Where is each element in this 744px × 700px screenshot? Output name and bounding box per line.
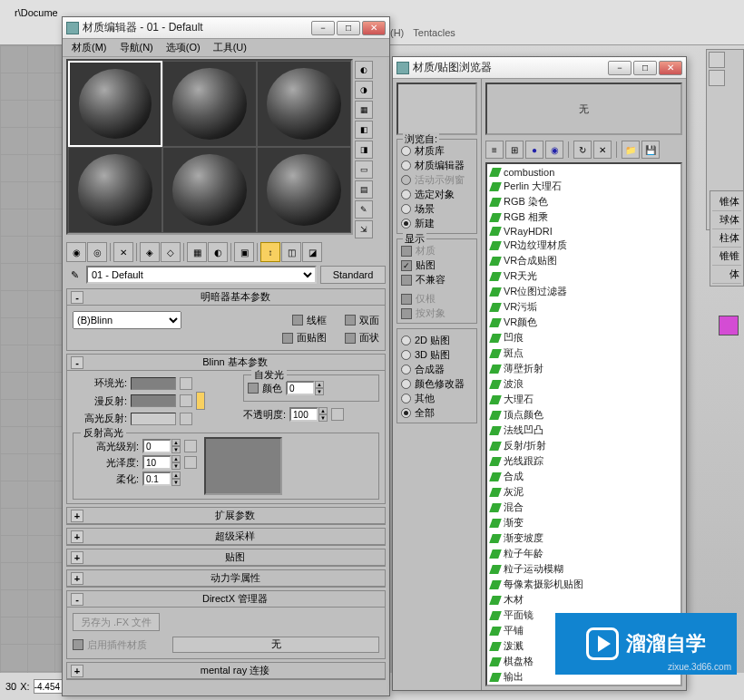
primitive-button[interactable]: 球体: [712, 211, 741, 229]
maximize-button[interactable]: □: [633, 61, 657, 75]
toolbar-icon[interactable]: ◫: [281, 242, 301, 262]
cmd-tab[interactable]: [709, 70, 725, 86]
side-tool-icon[interactable]: ◑: [355, 81, 373, 99]
toolbar-icon[interactable]: ◪: [302, 242, 322, 262]
menu-material[interactable]: 材质(M): [66, 39, 113, 56]
menu-item[interactable]: Tentacles: [413, 27, 455, 45]
lock-icon[interactable]: [196, 392, 205, 410]
browser-list-item[interactable]: 斑点: [487, 345, 680, 361]
browser-list-item[interactable]: 凹痕: [487, 330, 680, 345]
rollout-header[interactable]: -DirectX 管理器: [67, 591, 385, 608]
browser-list-item[interactable]: 渐变坡度: [487, 530, 680, 546]
rollout-header[interactable]: +贴图: [67, 549, 385, 566]
side-tool-icon[interactable]: ◧: [355, 121, 373, 139]
browser-list-item[interactable]: VRayHDRI: [487, 225, 680, 238]
diffuse-swatch[interactable]: [131, 394, 176, 407]
side-tool-icon[interactable]: ⇲: [355, 220, 373, 238]
opacity-map-button[interactable]: [331, 408, 344, 421]
toolbar-icon[interactable]: ↕: [260, 242, 280, 262]
primitive-button[interactable]: 锥锥: [712, 248, 741, 266]
side-tool-icon[interactable]: ▦: [355, 101, 373, 119]
mat-ed-titlebar[interactable]: 材质编辑器 - 01 - Default － □ ✕: [63, 17, 389, 39]
selfillum-spinner[interactable]: ▲▼: [286, 381, 324, 395]
maximize-button[interactable]: □: [337, 21, 360, 35]
browser-list-item[interactable]: VR颜色: [487, 315, 680, 330]
browse-from-radio[interactable]: 新建: [401, 217, 473, 230]
filter-radio[interactable]: 3D 贴图: [401, 348, 473, 362]
browser-list-item[interactable]: 法线凹凸: [487, 423, 680, 438]
toolbar-icon[interactable]: ◇: [161, 242, 181, 262]
show-map-checkbox[interactable]: [401, 260, 412, 271]
browser-list-item[interactable]: Perlin 大理石: [487, 179, 680, 194]
browser-list-item[interactable]: VR污垢: [487, 299, 680, 315]
save-icon[interactable]: 💾: [641, 141, 660, 159]
browser-list-item[interactable]: VR边纹理材质: [487, 238, 680, 253]
browser-list[interactable]: combustionPerlin 大理石RGB 染色RGB 相乘VRayHDRI…: [485, 162, 682, 686]
browser-list-item[interactable]: 木材: [487, 592, 680, 608]
browser-list-item[interactable]: 顶点颜色: [487, 407, 680, 423]
faceted-checkbox[interactable]: [345, 333, 356, 344]
rollout-header[interactable]: -Blinn 基本参数: [67, 355, 385, 371]
primitive-button[interactable]: 锥体: [712, 193, 741, 211]
side-tool-icon[interactable]: ▭: [355, 160, 373, 179]
show-incompat-checkbox[interactable]: [401, 275, 412, 286]
browser-list-item[interactable]: 每像素摄影机贴图: [487, 577, 680, 592]
soften-spinner[interactable]: ▲▼: [142, 472, 181, 486]
browse-from-radio[interactable]: 材质库: [401, 144, 473, 158]
ambient-map-button[interactable]: [180, 377, 192, 390]
browser-list-item[interactable]: 光线跟踪: [487, 453, 680, 469]
browser-list-item[interactable]: 衰减: [487, 685, 680, 686]
material-slot[interactable]: [68, 147, 162, 233]
view-sphere-icon[interactable]: ●: [525, 141, 543, 159]
ambient-swatch[interactable]: [131, 377, 176, 390]
browser-list-item[interactable]: 反射/折射: [487, 438, 680, 453]
browser-list-item[interactable]: RGB 相乘: [487, 209, 680, 225]
gloss-map-button[interactable]: [184, 456, 197, 469]
browser-list-item[interactable]: VR合成贴图: [487, 253, 680, 268]
gloss-spinner[interactable]: ▲▼: [142, 455, 181, 470]
primitive-button[interactable]: 柱体: [712, 229, 741, 248]
side-tool-icon[interactable]: ✎: [355, 200, 373, 219]
eyedropper-icon[interactable]: ✎: [66, 267, 83, 283]
save-fx-button[interactable]: 另存为 .FX 文件: [73, 613, 160, 631]
diffuse-map-button[interactable]: [180, 394, 192, 407]
close-button[interactable]: ✕: [659, 61, 682, 75]
view-list-icon[interactable]: ≡: [485, 141, 504, 159]
specular-map-button[interactable]: [180, 413, 192, 425]
browse-from-radio[interactable]: 场景: [401, 202, 473, 216]
specular-swatch[interactable]: [131, 413, 176, 425]
side-tool-icon[interactable]: ▤: [355, 180, 373, 199]
plugin-mat-none-button[interactable]: 无: [172, 637, 379, 653]
material-slot[interactable]: [162, 61, 257, 147]
selfillum-color-checkbox[interactable]: [248, 383, 259, 394]
rollout-header[interactable]: -明暗器基本参数: [67, 289, 385, 306]
side-tool-icon[interactable]: ◐: [355, 61, 373, 79]
browser-list-item[interactable]: 灰泥: [487, 484, 680, 500]
open-icon[interactable]: 📁: [622, 141, 640, 159]
toolbar-icon[interactable]: ✕: [113, 242, 133, 262]
toolbar-icon[interactable]: ▣: [234, 242, 254, 262]
delete-icon[interactable]: ✕: [593, 141, 612, 159]
close-button[interactable]: ✕: [362, 21, 386, 35]
browser-list-item[interactable]: RGB 染色: [487, 194, 680, 209]
opacity-spinner[interactable]: ▲▼: [289, 407, 328, 422]
rollout-header[interactable]: +超级采样: [67, 529, 385, 545]
material-slot[interactable]: [162, 147, 257, 233]
facemap-checkbox[interactable]: [282, 333, 293, 344]
minimize-button[interactable]: －: [311, 21, 335, 35]
toolbar-icon[interactable]: ◉: [66, 242, 86, 262]
filter-radio[interactable]: 2D 贴图: [401, 334, 473, 347]
object-color-swatch[interactable]: [719, 316, 739, 335]
menu-options[interactable]: 选项(O): [161, 39, 206, 56]
filter-radio[interactable]: 其他: [401, 392, 473, 405]
browse-from-radio[interactable]: 选定对象: [401, 188, 473, 201]
browser-list-item[interactable]: 粒子年龄: [487, 546, 680, 561]
browser-titlebar[interactable]: 材质/贴图浏览器 － □ ✕: [393, 57, 686, 79]
side-tool-icon[interactable]: ◨: [355, 141, 373, 159]
material-name-select[interactable]: 01 - Default: [86, 266, 317, 284]
browse-from-radio[interactable]: 材质编辑器: [401, 159, 473, 172]
rollout-header[interactable]: +动力学属性: [67, 570, 385, 587]
spec-level-spinner[interactable]: ▲▼: [142, 439, 181, 453]
toolbar-icon[interactable]: ◈: [140, 242, 160, 262]
view-icons-icon[interactable]: ⊞: [505, 141, 524, 159]
